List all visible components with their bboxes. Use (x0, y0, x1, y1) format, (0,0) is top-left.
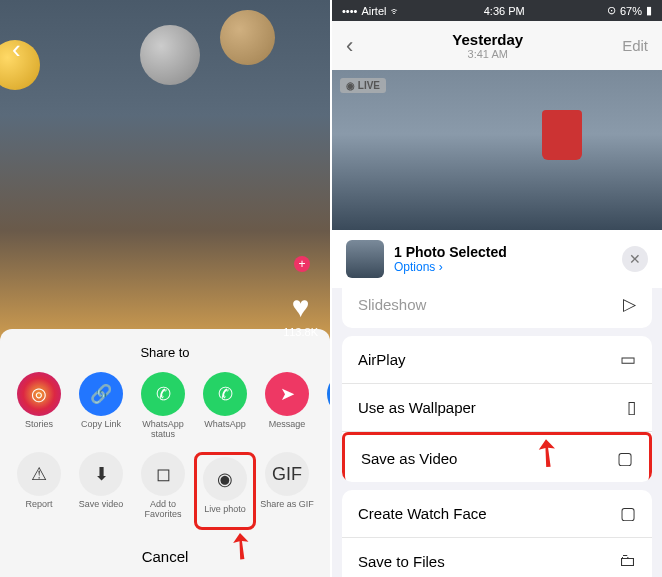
battery-percent: 67% (620, 5, 642, 17)
battery-icon: ▮ (646, 4, 652, 17)
share-icon: ✆ (141, 372, 185, 416)
share-action[interactable]: ⬇Save video (70, 452, 132, 530)
heart-icon: ♥ (283, 290, 318, 324)
share-label: Stories (8, 420, 70, 440)
action-label: Create Watch Face (358, 505, 487, 522)
action-label: Add to Favorites (132, 500, 194, 520)
follow-plus-icon[interactable]: + (294, 256, 310, 272)
action-icon: ▢ (617, 448, 633, 469)
share-target[interactable]: ✆WhatsApp status (132, 372, 194, 440)
share-label: WhatsApp (194, 420, 256, 440)
alarm-icon: ⊙ (607, 4, 616, 17)
action-label: Slideshow (358, 296, 426, 313)
share-icon: ➤ (265, 372, 309, 416)
header-title: Yesterday (452, 31, 523, 48)
carrier-label: Airtel (361, 5, 386, 17)
share-action[interactable]: ◻Add to Favorites (132, 452, 194, 530)
share-label: Message (256, 420, 318, 440)
share-targets-row[interactable]: ◎Stories🔗Copy Link✆WhatsApp status✆Whats… (0, 366, 330, 446)
action-label: Save video (70, 500, 132, 520)
action-icon: ⬇ (79, 452, 123, 496)
action-icon: ◉ (203, 457, 247, 501)
action-list[interactable]: Slideshow ▷ AirPlay▭Use as Wallpaper▯Sav… (332, 288, 662, 577)
balloon-decor (220, 10, 275, 65)
action-item[interactable]: Create Watch Face▢ (342, 490, 652, 538)
close-icon[interactable]: ✕ (622, 246, 648, 272)
action-slideshow[interactable]: Slideshow ▷ (342, 288, 652, 328)
share-sheet: Share to ◎Stories🔗Copy Link✆WhatsApp sta… (0, 329, 330, 577)
share-action[interactable]: GIFShare as GIF (256, 452, 318, 530)
share-action[interactable]: ◉Live photo (194, 452, 256, 530)
photo-content (542, 110, 582, 160)
like-count: 113.8K (283, 326, 318, 338)
balloon-decor (140, 25, 200, 85)
like-button[interactable]: ♥ 113.8K (283, 290, 318, 338)
ios-photos-screen: •••• Airtel ᯤ 4:36 PM ⊙ 67% ▮ ‹ Yesterda… (332, 0, 662, 577)
photo-preview[interactable]: ◉ LIVE (332, 70, 662, 230)
photos-header: ‹ Yesterday 3:41 AM Edit (332, 21, 662, 70)
action-icon: GIF (265, 452, 309, 496)
header-subtitle: 3:41 AM (452, 48, 523, 60)
status-bar: •••• Airtel ᯤ 4:36 PM ⊙ 67% ▮ (332, 0, 662, 21)
header-center: Yesterday 3:41 AM (452, 31, 523, 60)
action-label: Report (8, 500, 70, 520)
share-label: WhatsApp status (132, 420, 194, 440)
action-icon: ⚠ (17, 452, 61, 496)
action-icon: ▯ (627, 397, 636, 418)
share-target[interactable]: ➤Message (256, 372, 318, 440)
action-group: Create Watch Face▢Save to Files🗀Assign t… (342, 490, 652, 577)
action-item[interactable]: AirPlay▭ (342, 336, 652, 384)
share-panel-header: 1 Photo Selected Options › ✕ (332, 230, 662, 288)
share-label: Fa (318, 420, 330, 440)
action-item[interactable]: Save as Video▢ (342, 432, 652, 482)
options-link[interactable]: Options › (394, 260, 612, 274)
action-group: Slideshow ▷ (342, 288, 652, 328)
tiktok-screen: ‹ + ♥ 113.8K Share to ◎Stories🔗Copy Link… (0, 0, 330, 577)
share-icon: 🔗 (79, 372, 123, 416)
share-target[interactable]: fFa (318, 372, 330, 440)
share-target[interactable]: ◎Stories (8, 372, 70, 440)
photo-thumbnail (346, 240, 384, 278)
action-label: Save to Files (358, 553, 445, 570)
share-target[interactable]: ✆WhatsApp (194, 372, 256, 440)
back-chevron-icon[interactable]: ‹ (346, 33, 353, 59)
selection-title: 1 Photo Selected (394, 244, 612, 260)
signal-icon: •••• (342, 5, 357, 17)
action-icon: 🗀 (619, 551, 636, 571)
share-icon: ✆ (203, 372, 247, 416)
live-badge: ◉ LIVE (340, 78, 386, 93)
play-icon: ▷ (623, 294, 636, 315)
share-icon: ◎ (17, 372, 61, 416)
clock: 4:36 PM (484, 5, 525, 17)
action-group: AirPlay▭Use as Wallpaper▯Save as Video▢ (342, 336, 652, 482)
action-item[interactable]: Save to Files🗀 (342, 538, 652, 577)
action-label: AirPlay (358, 351, 406, 368)
action-label: Share as GIF (256, 500, 318, 520)
share-actions-row[interactable]: ⚠Report⬇Save video◻Add to Favorites◉Live… (0, 446, 330, 536)
action-icon: ◻ (141, 452, 185, 496)
action-label: Use as Wallpaper (358, 399, 476, 416)
edit-button[interactable]: Edit (622, 37, 648, 54)
action-item[interactable]: Use as Wallpaper▯ (342, 384, 652, 432)
share-title: Share to (0, 339, 330, 366)
cancel-button[interactable]: Cancel (0, 536, 330, 577)
share-action[interactable]: ⚠Report (8, 452, 70, 530)
action-icon: ▭ (620, 349, 636, 370)
action-label: Save as Video (361, 450, 457, 467)
share-icon: f (327, 372, 330, 416)
action-icon: ▢ (620, 503, 636, 524)
back-chevron-icon[interactable]: ‹ (12, 34, 21, 65)
share-label: Copy Link (70, 420, 132, 440)
action-label: Live photo (199, 505, 251, 525)
share-target[interactable]: 🔗Copy Link (70, 372, 132, 440)
wifi-icon: ᯤ (390, 5, 401, 17)
